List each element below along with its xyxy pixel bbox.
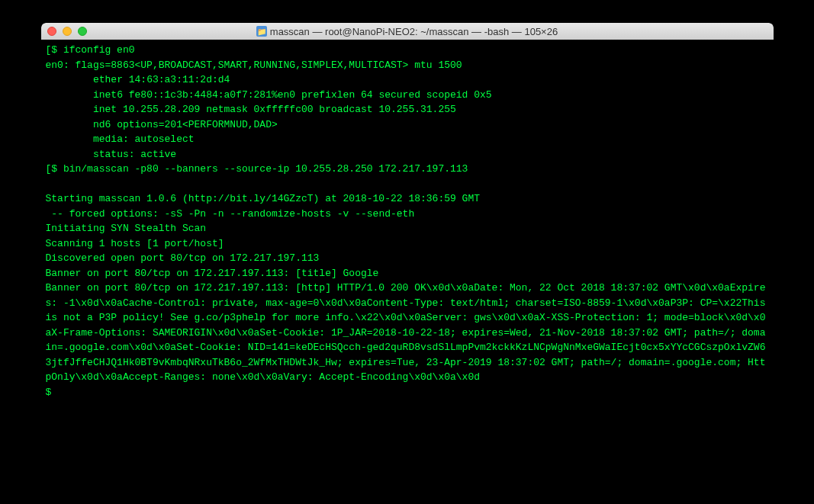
title-wrap: 📁 masscan — root@NanoPi-NEO2: ~/masscan … (41, 26, 774, 37)
terminal-body[interactable]: [$ ifconfig en0 en0: flags=8863<UP,BROAD… (41, 40, 774, 467)
minimize-button[interactable] (63, 27, 72, 36)
maximize-button[interactable] (78, 27, 87, 36)
window-title: masscan — root@NanoPi-NEO2: ~/masscan — … (270, 26, 558, 37)
close-button[interactable] (47, 27, 56, 36)
terminal-output: [$ ifconfig en0 en0: flags=8863<UP,BROAD… (46, 43, 769, 400)
traffic-lights (47, 27, 87, 36)
terminal-window: 📁 masscan — root@NanoPi-NEO2: ~/masscan … (41, 23, 774, 467)
titlebar[interactable]: 📁 masscan — root@NanoPi-NEO2: ~/masscan … (41, 23, 774, 40)
folder-icon: 📁 (256, 26, 267, 37)
